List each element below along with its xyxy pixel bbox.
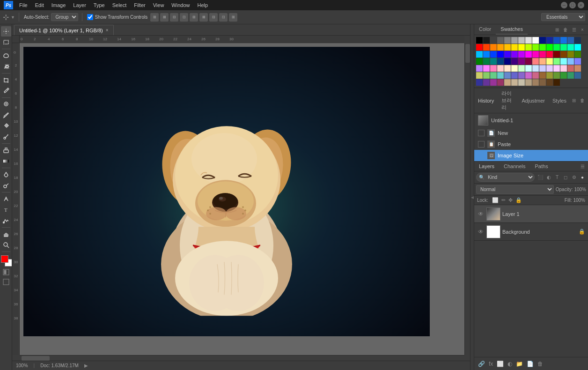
history-item-paste[interactable]: 📋 Paste [474,139,588,150]
swatch[interactable] [546,58,553,65]
swatch[interactable] [567,58,574,65]
swatch[interactable] [490,72,497,79]
distribute-v-icon[interactable]: ⊡ [219,13,228,22]
layer-visibility-layer1[interactable]: 👁 [477,210,485,218]
kind-filter-select[interactable]: Kind [476,173,535,182]
align-top-icon[interactable]: ⊡ [180,13,188,22]
swatch[interactable] [546,51,553,58]
filter-shape-icon[interactable]: ◻ [562,174,569,181]
swatch[interactable] [574,72,581,79]
swatch[interactable] [511,37,518,44]
scrollbar-thumb-v[interactable] [465,44,470,63]
clone-stamp-tool[interactable] [1,121,11,131]
filter-toggle[interactable]: ● [579,174,586,181]
swatch[interactable] [560,58,567,65]
library-tab[interactable]: 라이브러리 [498,88,518,113]
swatch[interactable] [511,51,518,58]
rectangular-marquee-tool[interactable] [1,37,11,47]
swatch[interactable] [511,72,518,79]
swatch[interactable] [539,37,546,44]
lasso-tool[interactable] [1,51,11,61]
align-center-h-icon[interactable]: ⊠ [160,13,169,22]
swatches-delete-btn[interactable]: 🗑 [562,26,569,33]
swatch[interactable] [497,72,504,79]
adjustment-tab[interactable]: Adjustmer [518,96,549,105]
foreground-color[interactable] [1,255,8,263]
swatch-yellow[interactable] [518,44,525,51]
swatch[interactable] [483,65,490,72]
filter-type-icon[interactable]: T [553,174,561,181]
swatch[interactable] [560,37,567,44]
swatch[interactable] [497,79,504,86]
swatch[interactable] [525,65,532,72]
menu-view[interactable]: View [150,1,168,9]
align-bottom-icon[interactable]: ⊠ [199,13,208,22]
blur-tool[interactable] [1,170,11,180]
lock-transparent-icon[interactable]: ⬜ [492,197,499,203]
swatch[interactable] [511,58,518,65]
filter-adjustment-icon[interactable]: ◐ [545,174,552,181]
new-layer-btn[interactable]: 📄 [527,361,534,367]
swatch[interactable] [525,58,532,65]
swatch[interactable] [518,58,525,65]
status-arrow[interactable]: ▶ [84,363,88,368]
swatch[interactable] [574,37,581,44]
vertical-scrollbar[interactable] [464,43,470,355]
swatch[interactable] [553,58,560,65]
pen-tool[interactable] [1,194,11,204]
swatch-red[interactable] [476,44,483,51]
swatch[interactable] [574,65,581,72]
menu-window[interactable]: Window [168,1,193,9]
canvas-container[interactable] [20,43,464,355]
swatch[interactable] [539,51,546,58]
swatch[interactable] [539,72,546,79]
close-button[interactable]: × [578,2,584,8]
link-layers-btn[interactable]: 🔗 [478,361,485,367]
swatch[interactable] [532,72,539,79]
eyedropper-tool[interactable] [1,86,11,96]
swatch[interactable] [490,79,497,86]
swatch[interactable] [497,65,504,72]
swatch[interactable] [483,58,490,65]
lock-all-icon[interactable]: 🔒 [515,197,522,203]
menu-select[interactable]: Select [109,1,130,9]
swatch[interactable] [476,79,483,86]
arrange-icon[interactable]: ⊞ [229,13,237,22]
swatch[interactable] [490,65,497,72]
swatch[interactable] [539,65,546,72]
swatch-white[interactable] [532,37,539,44]
healing-brush-tool[interactable] [1,99,11,110]
swatch[interactable] [567,72,574,79]
swatch[interactable] [490,37,497,44]
swatch[interactable] [483,72,490,79]
swatch[interactable] [553,72,560,79]
add-mask-btn[interactable]: ⬜ [497,361,504,367]
swatch-blue[interactable] [497,51,504,58]
swatch[interactable] [532,79,539,86]
swatch[interactable] [511,65,518,72]
quick-mask-mode[interactable] [2,268,10,276]
menu-image[interactable]: Image [48,1,69,9]
menu-filter[interactable]: Filter [131,1,148,9]
swatches-create-new-btn[interactable]: ⊞ [553,26,561,33]
swatch-green[interactable] [546,44,553,51]
opacity-value[interactable]: 100% [574,187,586,192]
history-delete-btn[interactable]: 🗑 [579,97,586,104]
swatch[interactable] [483,44,490,51]
swatch[interactable] [560,44,567,51]
type-tool[interactable]: T [1,205,11,215]
align-left-icon[interactable]: ⊞ [150,13,159,22]
swatch[interactable] [567,44,574,51]
swatch[interactable] [490,51,497,58]
swatch[interactable] [504,79,511,86]
swatch[interactable] [567,51,574,58]
tab-close-button[interactable]: × [106,28,109,33]
swatch[interactable] [504,58,511,65]
swatch[interactable] [553,37,560,44]
swatch[interactable] [525,44,532,51]
history-new-state-btn[interactable]: ⊞ [570,97,578,104]
magic-wand-tool[interactable] [1,61,11,72]
color-tab[interactable]: Color [474,24,496,35]
swatch[interactable] [511,79,518,86]
layer-item-background[interactable]: 👁 Background 🔒 [474,223,588,241]
